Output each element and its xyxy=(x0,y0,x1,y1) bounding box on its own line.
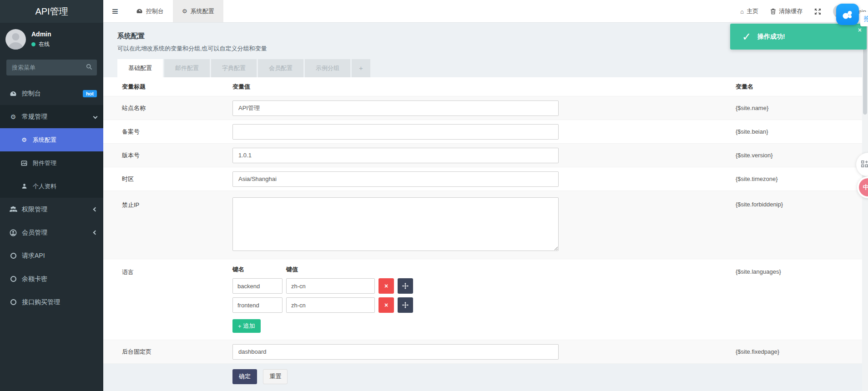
netdisk-drag-tip[interactable]: 拖拽 xyxy=(860,12,868,26)
move-row-button[interactable] xyxy=(398,278,413,294)
delete-row-button[interactable]: × xyxy=(378,278,394,294)
sidebar-item-profile[interactable]: 个人资料 xyxy=(0,175,103,198)
sidebar-menu: 控制台 hot ⚙ 常规管理 ⚙ 系统配置 附件管理 xyxy=(0,82,103,314)
tab-mail-config[interactable]: 邮件配置 xyxy=(164,59,210,77)
reset-button[interactable]: 重置 xyxy=(263,369,288,384)
fixed-page-input[interactable] xyxy=(232,344,559,360)
chevron-down-icon xyxy=(93,115,98,119)
var-name: {$site.languages} xyxy=(736,266,868,275)
user-status: 在线 xyxy=(31,40,51,48)
column-header-varname: 变量名 xyxy=(736,83,868,91)
circle-o-icon xyxy=(9,276,17,282)
language-key-input[interactable] xyxy=(232,278,283,294)
user-circle-icon xyxy=(9,229,17,236)
timezone-input[interactable] xyxy=(232,171,559,187)
var-name: {$site.beian} xyxy=(736,128,868,135)
kv-key-header: 键名 xyxy=(232,266,286,274)
var-name: {$site.version} xyxy=(736,152,868,159)
navbar-tab-system-config[interactable]: ⚙ 系统配置 xyxy=(173,0,223,22)
navbar-tab-dashboard[interactable]: 控制台 xyxy=(127,0,173,22)
sidebar-toggle-button[interactable]: ≡ xyxy=(103,0,127,22)
field-label: 版本号 xyxy=(103,151,232,160)
user-name: Admin xyxy=(31,30,51,38)
table-row: 后台固定页 {$site.fixedpage} xyxy=(103,340,868,364)
content-area: 系统配置 可以在此增改系统的变量和分组,也可以自定义分组和变量 基础配置 邮件配… xyxy=(103,23,868,391)
expand-icon xyxy=(814,8,821,15)
add-group-tab[interactable]: + xyxy=(352,59,370,77)
sidebar-item-permission[interactable]: 权限管理 xyxy=(0,198,103,221)
field-label: 后台固定页 xyxy=(103,348,232,356)
sidebar-item-dashboard[interactable]: 控制台 hot xyxy=(0,82,103,105)
sidebar-item-system-config[interactable]: ⚙ 系统配置 xyxy=(0,128,103,151)
tab-example-group[interactable]: 示例分组 xyxy=(305,59,350,77)
online-dot-icon xyxy=(31,42,35,46)
field-label: 站点名称 xyxy=(103,104,232,112)
version-input[interactable] xyxy=(232,148,559,163)
language-value-input[interactable] xyxy=(286,297,375,313)
sidebar-item-attachment[interactable]: 附件管理 xyxy=(0,151,103,175)
language-value-input[interactable] xyxy=(286,278,375,294)
toast-close-button[interactable]: × xyxy=(858,26,862,34)
kv-value-header: 键值 xyxy=(286,266,298,274)
clear-cache-link[interactable]: 清除缓存 xyxy=(770,7,802,15)
cogs-icon: ⚙ xyxy=(9,113,17,120)
sidebar-item-request-api[interactable]: 请求API xyxy=(0,244,103,267)
submit-button[interactable]: 确定 xyxy=(232,369,257,384)
netdisk-logo-icon xyxy=(841,8,854,21)
forbidden-ip-textarea[interactable] xyxy=(232,197,559,251)
table-row: 禁止IP {$site.forbiddenip} xyxy=(103,191,868,259)
search-input[interactable] xyxy=(6,60,97,75)
table-row: 备案号 {$site.beian} xyxy=(103,120,868,144)
language-row: × xyxy=(232,278,736,294)
chevron-left-icon xyxy=(93,207,98,212)
chevron-left-icon xyxy=(93,231,98,235)
table-row: 版本号 {$site.version} xyxy=(103,144,868,167)
tab-dictionary-config[interactable]: 字典配置 xyxy=(211,59,257,77)
home-link[interactable]: ⌂ 主页 xyxy=(740,7,758,15)
trash-icon xyxy=(770,8,776,15)
tab-basic-config[interactable]: 基础配置 xyxy=(117,59,163,77)
config-tabs: 基础配置 邮件配置 字典配置 会员配置 示例分组 + xyxy=(103,59,868,77)
netdisk-extension-popup: 拖拽 xyxy=(836,4,868,26)
check-icon: ✓ xyxy=(742,30,751,43)
site-name-input[interactable] xyxy=(232,100,559,116)
sidebar-item-balance-card[interactable]: 余额卡密 xyxy=(0,267,103,291)
tab-member-config[interactable]: 会员配置 xyxy=(258,59,303,77)
append-button[interactable]: +追加 xyxy=(232,319,261,333)
top-navbar: ≡ 控制台 ⚙ 系统配置 ⌂ 主页 清除缓存 xyxy=(103,0,868,23)
search-icon[interactable] xyxy=(86,64,92,72)
close-icon: × xyxy=(384,301,388,309)
close-icon: × xyxy=(384,282,388,290)
app-logo[interactable]: API管理 xyxy=(0,0,103,23)
column-header-value: 变量值 xyxy=(232,83,736,91)
sidebar-item-member[interactable]: 会员管理 xyxy=(0,221,103,244)
delete-row-button[interactable]: × xyxy=(378,297,394,313)
field-label: 备案号 xyxy=(103,128,232,136)
netdisk-save-button[interactable] xyxy=(836,4,859,25)
table-row: 站点名称 {$site.name} xyxy=(103,96,868,120)
hot-badge: hot xyxy=(83,90,97,97)
form-actions-row: 确定 重置 xyxy=(103,364,868,389)
var-name: {$site.name} xyxy=(736,105,868,111)
language-key-input[interactable] xyxy=(232,297,283,313)
plus-icon: + xyxy=(238,323,242,330)
sidebar-group-general: ⚙ 常规管理 ⚙ 系统配置 附件管理 xyxy=(0,105,103,198)
table-header-row: 变量标题 变量值 变量名 xyxy=(103,77,868,96)
sidebar-item-api-purchase[interactable]: 接口购买管理 xyxy=(0,291,103,314)
tachometer-icon xyxy=(136,8,143,15)
beian-input[interactable] xyxy=(232,124,559,140)
var-name: {$site.forbiddenip} xyxy=(736,197,868,208)
collect-squares-icon xyxy=(861,160,868,170)
move-row-button[interactable] xyxy=(398,297,413,313)
var-name: {$site.timezone} xyxy=(736,175,868,182)
fullscreen-button[interactable] xyxy=(814,8,821,15)
sidebar: API管理 Admin 在线 控制台 hot ⚙ 常规管理 xyxy=(0,0,103,391)
gear-icon: ⚙ xyxy=(182,8,187,15)
field-label: 时区 xyxy=(103,175,232,183)
column-header-title: 变量标题 xyxy=(103,83,232,91)
sidebar-item-general-management[interactable]: ⚙ 常规管理 xyxy=(0,105,103,128)
image-icon xyxy=(20,160,28,166)
success-toast: ✓ 操作成功! × xyxy=(730,24,867,50)
config-form-panel: 变量标题 变量值 变量名 站点名称 {$site.name} 备案号 {$sit… xyxy=(103,77,868,364)
users-icon xyxy=(9,206,17,213)
